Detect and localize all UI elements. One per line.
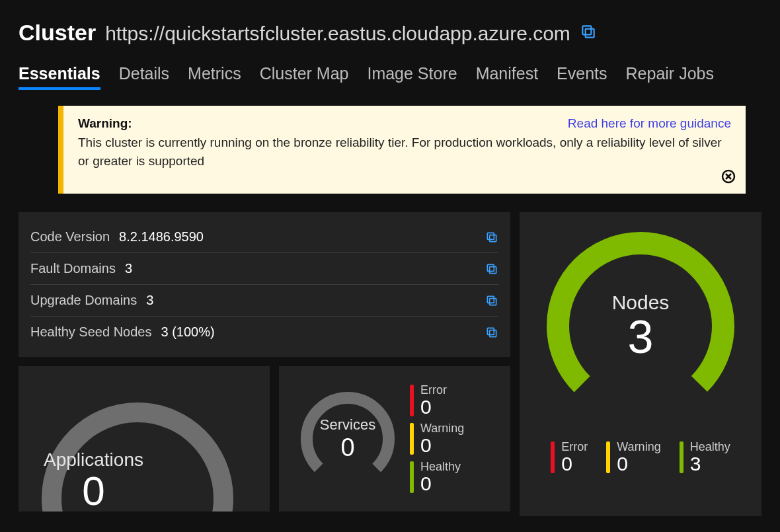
content-area: Code Version 8.2.1486.9590 Fault Domains…	[19, 212, 761, 516]
legend-label: Healthy	[420, 461, 461, 474]
info-key: Fault Domains	[30, 261, 116, 276]
legend-value: 3	[690, 454, 730, 474]
svg-rect-8	[487, 296, 494, 303]
legend-value: 0	[420, 397, 447, 417]
legend-warning: Warning 0	[410, 422, 464, 455]
page-header: Cluster https://quickstartsfcluster.east…	[19, 20, 761, 46]
tab-image-store[interactable]: Image Store	[367, 64, 457, 90]
info-value: 3	[146, 293, 153, 308]
nodes-panel: Nodes 3 Error 0 Warning 0	[520, 212, 761, 516]
info-row-upgrade-domains: Upgrade Domains 3	[30, 285, 498, 317]
legend-label: Error	[561, 441, 588, 454]
svg-rect-4	[487, 233, 494, 239]
warning-banner: Warning: This cluster is currently runni…	[58, 106, 746, 194]
tab-metrics[interactable]: Metrics	[188, 64, 241, 90]
applications-panel: Applications 0	[19, 366, 270, 512]
services-count: 0	[320, 434, 375, 462]
legend-healthy: Healthy 0	[410, 461, 464, 494]
header-url: https://quickstartsfcluster.eastus.cloud…	[105, 22, 570, 45]
legend-label: Warning	[420, 422, 464, 436]
legend-error: Error 0	[551, 441, 588, 474]
legend-label: Warning	[617, 441, 660, 454]
banner-link[interactable]: Read here for more guidance	[568, 116, 731, 131]
legend-value: 0	[617, 454, 660, 474]
svg-rect-9	[490, 330, 496, 336]
legend-warning: Warning 0	[606, 441, 660, 474]
info-value: 8.2.1486.9590	[119, 229, 204, 245]
tab-details[interactable]: Details	[119, 64, 169, 90]
info-key: Healthy Seed Nodes	[30, 324, 151, 340]
nodes-legend: Error 0 Warning 0 Healthy 3	[531, 441, 750, 474]
legend-bar	[410, 385, 414, 416]
copy-url-icon[interactable]	[580, 23, 597, 40]
legend-error: Error 0	[410, 384, 464, 417]
legend-bar	[410, 423, 414, 455]
applications-count: 0	[44, 471, 143, 512]
svg-rect-0	[585, 29, 594, 38]
legend-value: 0	[420, 474, 461, 494]
copy-icon[interactable]	[485, 262, 498, 276]
info-key: Code Version	[30, 229, 110, 245]
legend-bar	[551, 441, 555, 473]
info-panel: Code Version 8.2.1486.9590 Fault Domains…	[19, 212, 510, 357]
services-panel: Services 0 Error 0	[279, 366, 510, 512]
svg-rect-6	[487, 264, 494, 271]
banner-body: This cluster is currently running on the…	[78, 133, 731, 170]
svg-rect-1	[582, 26, 591, 34]
tab-manifest[interactable]: Manifest	[476, 64, 538, 90]
services-legend: Error 0 Warning 0 Heal	[410, 384, 464, 493]
svg-rect-10	[487, 328, 494, 334]
legend-label: Healthy	[690, 441, 730, 454]
legend-value: 0	[561, 454, 588, 474]
svg-rect-7	[490, 298, 496, 305]
svg-rect-3	[490, 235, 496, 241]
tab-essentials[interactable]: Essentials	[19, 64, 100, 90]
nodes-count: 3	[612, 314, 670, 360]
info-row-fault-domains: Fault Domains 3	[30, 253, 498, 285]
tab-events[interactable]: Events	[557, 64, 607, 90]
info-value: 3	[125, 261, 132, 276]
info-row-code-version: Code Version 8.2.1486.9590	[30, 221, 498, 253]
copy-icon[interactable]	[485, 326, 498, 339]
legend-bar	[680, 441, 683, 473]
info-row-healthy-seed-nodes: Healthy Seed Nodes 3 (100%)	[30, 317, 498, 348]
tab-bar: Essentials Details Metrics Cluster Map I…	[19, 64, 761, 90]
tab-cluster-map[interactable]: Cluster Map	[260, 64, 349, 90]
banner-close-icon[interactable]	[721, 169, 736, 187]
info-value: 3 (100%)	[161, 324, 214, 340]
legend-bar	[410, 461, 414, 493]
info-key: Upgrade Domains	[30, 293, 137, 308]
legend-bar	[606, 441, 610, 473]
nodes-label: Nodes	[612, 291, 670, 314]
services-label: Services	[320, 416, 375, 434]
copy-icon[interactable]	[485, 231, 498, 244]
legend-value: 0	[420, 436, 464, 455]
tab-repair-jobs[interactable]: Repair Jobs	[626, 64, 714, 90]
header-label: Cluster	[19, 20, 96, 46]
svg-rect-5	[490, 266, 496, 273]
legend-healthy: Healthy 3	[680, 441, 730, 474]
copy-icon[interactable]	[485, 294, 498, 307]
